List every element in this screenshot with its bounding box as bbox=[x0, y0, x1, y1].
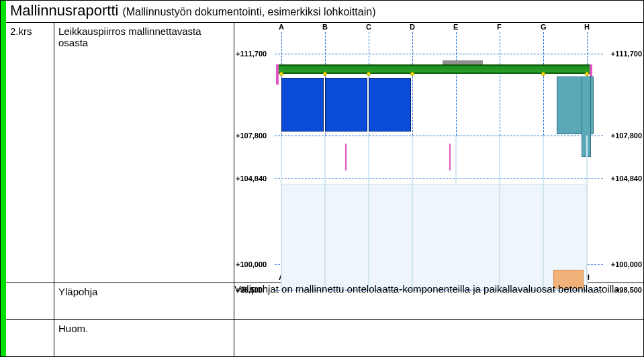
wall-5 bbox=[500, 184, 543, 290]
report-subtitle: (Mallinnustyön dokumentointi, esimerkiks… bbox=[122, 6, 375, 18]
blue-panel-3 bbox=[369, 78, 411, 132]
elev-right-2: +104,840 bbox=[611, 174, 642, 183]
elev-left-1: +107,800 bbox=[236, 132, 267, 140]
wall-4 bbox=[412, 184, 500, 290]
elev-right-3: +100,000 bbox=[611, 260, 642, 268]
axis-top-F: F bbox=[497, 23, 502, 31]
edge-left bbox=[276, 64, 279, 85]
marker-3 bbox=[410, 72, 414, 76]
report-title: Mallinnusraportti bbox=[10, 2, 118, 19]
elev-right-1: +107,800 bbox=[611, 132, 642, 140]
note-label: Huom. bbox=[54, 320, 234, 356]
axis-top-A: A bbox=[279, 23, 284, 31]
magenta-mid-2 bbox=[449, 144, 451, 170]
wall-2 bbox=[325, 184, 369, 290]
floor-label: 2.krs bbox=[6, 23, 54, 283]
elev-left-2: +104,840 bbox=[236, 174, 267, 183]
wall-1 bbox=[281, 184, 325, 290]
magenta-mid-1 bbox=[345, 144, 347, 170]
wall-3 bbox=[369, 184, 412, 290]
axis-top-B: B bbox=[322, 23, 328, 31]
blue-panel-2 bbox=[325, 78, 367, 132]
marker-6 bbox=[541, 72, 545, 76]
topic-label: Yläpohja bbox=[54, 283, 234, 319]
marker-1 bbox=[323, 72, 327, 76]
blue-panel-1 bbox=[281, 78, 324, 132]
marker-2 bbox=[367, 72, 371, 76]
topic-text: Välipohjat on mallinnettu ontelolaatta-k… bbox=[234, 283, 643, 319]
section-drawing: AABBCCDDEEFFGGHH+111,700+111,700+107,800… bbox=[234, 23, 643, 283]
elev-right-0: +111,700 bbox=[611, 50, 642, 58]
marker-7 bbox=[585, 72, 589, 76]
title-bar: Mallinnusraportti (Mallinnustyön dokumen… bbox=[6, 1, 643, 23]
section-description: Leikkauspiirros mallinnettavasta osasta bbox=[54, 23, 234, 283]
elev-left-0: +111,700 bbox=[236, 50, 267, 58]
elev-left-3: +100,000 bbox=[236, 260, 267, 268]
elev-line-0 bbox=[275, 54, 603, 54]
marker-0 bbox=[279, 72, 283, 76]
axis-top-H: H bbox=[584, 23, 590, 31]
axis-top-E: E bbox=[453, 23, 458, 31]
empty-cell-1 bbox=[6, 283, 54, 319]
axis-top-D: D bbox=[410, 23, 415, 31]
axis-top-C: C bbox=[366, 23, 371, 31]
note-text bbox=[234, 320, 643, 356]
axis-top-G: G bbox=[541, 23, 547, 31]
roof-seg-mid bbox=[443, 60, 483, 64]
left-green-bar bbox=[1, 1, 6, 356]
empty-cell-2 bbox=[6, 320, 54, 356]
